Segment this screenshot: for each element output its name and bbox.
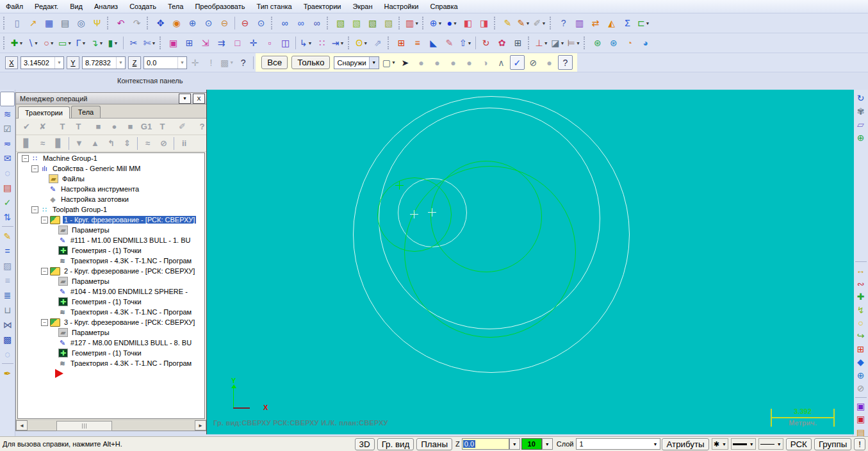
tree-item[interactable]: –3 - Круг. фрезерование - [РСК: СВЕРХУ]	[18, 317, 204, 327]
spark-plus-button[interactable]: ↯	[853, 303, 868, 316]
shaded-cube-button[interactable]: ▧	[333, 16, 348, 31]
xform-translate-button[interactable]: ▣	[166, 36, 181, 51]
gview-button[interactable]: ⊕▼	[429, 16, 443, 31]
zoom-out-button[interactable]: ⊖	[238, 16, 252, 31]
dashed-circle-button[interactable]: ◌	[0, 165, 15, 180]
tree-expander[interactable]: –	[41, 319, 48, 326]
red-grid-button[interactable]: ⊞	[853, 343, 868, 356]
undo-button[interactable]: ↶	[113, 16, 128, 31]
delete-entity-button[interactable]: ✎	[500, 16, 515, 31]
repaint-button[interactable]: ∞	[277, 16, 292, 31]
rsk-wcs-button[interactable]: РСК	[786, 438, 812, 450]
material-button[interactable]: ▥▼	[405, 16, 420, 31]
zoom-in-button[interactable]: ⊕	[185, 16, 200, 31]
select-all-ops-button[interactable]: ✔	[19, 119, 34, 134]
menu-item-траектории[interactable]: Траектории	[298, 1, 347, 12]
scroll-ops-button[interactable]: ⇕	[120, 136, 135, 151]
create-circle-button[interactable]: ○▼	[42, 36, 56, 51]
section-box2-button[interactable]: ◨	[477, 16, 491, 31]
updown-arrows-button[interactable]: ⇅	[0, 209, 15, 224]
select-none-button[interactable]: ⊘	[526, 55, 541, 70]
z-value[interactable]: 0.0	[144, 59, 177, 67]
circle-plus-button[interactable]: ⊕	[853, 131, 868, 144]
shaded-edges-button[interactable]: ▧	[349, 16, 364, 31]
tab-toolpaths[interactable]: Траектории	[18, 106, 70, 119]
menu-item-тип-станка[interactable]: Тип станка	[250, 1, 297, 12]
machine-list-button[interactable]: ≡	[410, 36, 425, 51]
analyze-entity-button[interactable]: ?	[556, 16, 571, 31]
curve-red-button[interactable]: ∾	[853, 277, 868, 290]
insert-position-arrow[interactable]	[18, 368, 204, 379]
tree-item[interactable]: ✚Геометрия - (1) Точки	[18, 348, 204, 358]
analyze-exit-button[interactable]: ⊏▼	[636, 16, 651, 31]
hammer-button[interactable]: ✒	[0, 366, 15, 381]
select-all-button[interactable]: Все	[261, 56, 288, 69]
xform-stretch-button[interactable]: ⇉	[214, 36, 229, 51]
menu-item-настройки[interactable]: Настройки	[379, 1, 425, 12]
globe-green-button[interactable]: ⊛	[590, 36, 605, 51]
chevron-down-icon[interactable]: ▼	[560, 41, 564, 45]
curve-arrow-button[interactable]: ↪	[853, 329, 868, 342]
chevron-down-icon[interactable]: ▼	[34, 41, 38, 45]
plus-green-button[interactable]: ✚	[853, 290, 868, 303]
3d-mode-button[interactable]: 3D	[355, 438, 375, 450]
tree-item[interactable]: ✚Геометрия - (1) Точки	[18, 245, 204, 256]
tree-expander[interactable]: –	[31, 206, 38, 213]
analyze-stats-button[interactable]: ▥	[572, 16, 587, 31]
tree-expander[interactable]: –	[22, 155, 29, 162]
line-width-combo[interactable]: ▼	[731, 438, 756, 450]
z-axis-button[interactable]: Z	[128, 56, 141, 69]
chevron-down-icon[interactable]: ▼	[777, 442, 782, 447]
tree-expander[interactable]: –	[31, 165, 38, 172]
menu-item-редакт-[interactable]: Редакт.	[29, 1, 64, 12]
red-square-button[interactable]: ▣	[853, 413, 868, 425]
unselect-all-ops-button[interactable]: ✘	[35, 119, 50, 134]
pencil-yellow-button[interactable]: ✎	[0, 229, 15, 243]
break-button[interactable]: ✄▼	[142, 36, 157, 51]
xform-mirror-button[interactable]: ✛	[246, 36, 261, 51]
post-button[interactable]: T	[155, 119, 170, 134]
alert-button[interactable]: !	[854, 438, 865, 450]
chevron-down-icon[interactable]: ▼	[177, 57, 186, 69]
stack-button[interactable]: ≣	[0, 288, 15, 302]
zdepth-button[interactable]: ≋	[0, 106, 15, 121]
chevron-down-icon[interactable]: ▼	[152, 41, 156, 45]
highfeed-button[interactable]: ✐	[175, 119, 190, 134]
create-point-button[interactable]: ✚▼	[10, 36, 24, 51]
tree-item[interactable]: ▰Параметры	[18, 276, 204, 286]
bowtie-button[interactable]: ⋈	[0, 317, 15, 332]
chevron-down-icon[interactable]: ▼	[50, 41, 54, 45]
ops-horizontal-scrollbar[interactable]: ◄ ►	[16, 420, 206, 430]
menu-item-тела[interactable]: Тела	[162, 1, 189, 12]
cube-blue-button[interactable]: ◆	[853, 356, 868, 368]
x-coordinate-input[interactable]: 3.14502 ▼	[20, 56, 64, 69]
analyze-sum-button[interactable]: Σ	[620, 16, 635, 31]
fit-arrow-button[interactable]: ↔	[853, 264, 868, 277]
chevron-down-icon[interactable]: ▼	[340, 41, 345, 45]
pattern-button[interactable]: ▩	[0, 332, 15, 347]
scroll-left-button[interactable]: ◄	[16, 420, 28, 430]
tool-red-button[interactable]: ⊥▼	[534, 36, 549, 51]
x-axis-button[interactable]: X	[5, 56, 18, 69]
tree-item[interactable]: ≋Траектория - 4.3K - T-1.NC - Програм	[18, 256, 204, 266]
chevron-down-icon[interactable]: ▼	[414, 21, 419, 26]
create-rect-button[interactable]: ▭▼	[58, 36, 72, 51]
regen-dirty-button[interactable]: T	[71, 119, 86, 134]
y-value[interactable]: 8.72832	[83, 59, 116, 67]
scroll-right-button[interactable]: ►	[195, 420, 206, 430]
redo-button[interactable]: ↷	[129, 16, 144, 31]
tree-item[interactable]: ✎#104 - M19.00 ENDMILL2 SPHERE -	[18, 286, 204, 297]
cursor-select-button[interactable]: ➤	[398, 55, 413, 70]
zoom-target-button[interactable]: ⊖	[217, 16, 232, 31]
chevron-down-icon[interactable]: ▼	[438, 21, 443, 26]
create-polyline-button[interactable]: ↴▼	[90, 36, 104, 51]
tree-item[interactable]: ▰Файлы	[18, 174, 204, 184]
blank-slot-button[interactable]	[0, 92, 15, 106]
trim-button[interactable]: ✂	[126, 36, 141, 51]
sail-button[interactable]: ◣	[426, 36, 441, 51]
menu-item-экран[interactable]: Экран	[347, 1, 378, 12]
tool-gray-button[interactable]: ◪▼	[550, 36, 565, 51]
grid-cube-button[interactable]: ⊞	[511, 36, 525, 51]
xform-project-button[interactable]: ⇲	[198, 36, 213, 51]
chevron-down-icon[interactable]: ▼	[116, 57, 125, 69]
